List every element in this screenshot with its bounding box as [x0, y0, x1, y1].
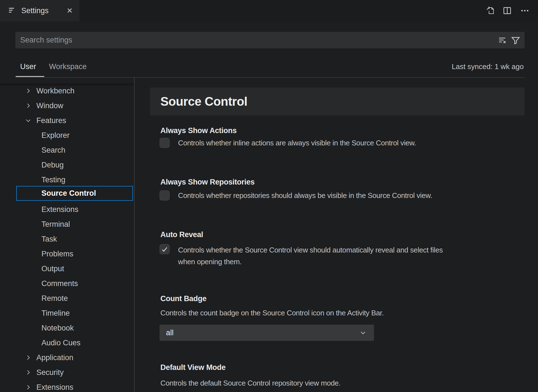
- toc-item-label: Notebook: [41, 321, 74, 336]
- settings-pane: Source Control Always Show Actions Contr…: [135, 77, 538, 392]
- toc-item-features[interactable]: Features: [0, 113, 134, 128]
- toc-item-label: Source Control: [41, 186, 96, 201]
- toc-item-remote[interactable]: Remote: [0, 291, 134, 306]
- setting-description: Controls the count badge on the Source C…: [160, 308, 384, 318]
- toc-item-notebook[interactable]: Notebook: [0, 321, 134, 336]
- toc-item-label: Audio Cues: [41, 336, 81, 350]
- split-editor-icon[interactable]: [502, 6, 512, 16]
- toc-item-workbench[interactable]: Workbench: [0, 84, 134, 98]
- toc-item-label: Security: [36, 365, 64, 380]
- chevron-right-icon[interactable]: [25, 88, 31, 94]
- toc-item-label: Comments: [41, 276, 78, 291]
- toc-item-comments[interactable]: Comments: [0, 276, 134, 291]
- toc-item-label: Remote: [41, 291, 68, 306]
- toc-item-task[interactable]: Task: [0, 232, 134, 247]
- checkbox-always-show-actions[interactable]: [160, 138, 170, 148]
- toc-item-debug[interactable]: Debug: [0, 158, 134, 173]
- setting-description: Controls whether repositories should alw…: [178, 190, 432, 200]
- dropdown-value: all: [166, 325, 174, 341]
- chevron-down-icon[interactable]: [25, 117, 31, 124]
- checkbox-always-show-repositories[interactable]: [160, 190, 170, 200]
- active-scope-underline: [16, 76, 44, 77]
- last-synced-status: Last synced: 1 wk ago: [452, 59, 524, 74]
- clear-search-icon[interactable]: [498, 36, 507, 45]
- toc-item-label: Extensions: [41, 202, 78, 217]
- search-input[interactable]: Search settings: [15, 32, 525, 48]
- open-settings-json-icon[interactable]: [485, 6, 495, 16]
- toc-item-security[interactable]: Security: [0, 365, 134, 380]
- setting-label: Always Show Repositories: [160, 177, 254, 187]
- setting-description: Controls whether the Source Control view…: [178, 244, 443, 268]
- chevron-down-icon: [359, 329, 367, 337]
- toc-item-testing[interactable]: Testing: [0, 173, 134, 187]
- editor-tab-bar: Settings ✕: [0, 0, 538, 21]
- tab-workspace[interactable]: Workspace: [49, 59, 87, 74]
- page-title: Source Control: [160, 88, 247, 115]
- toc-item-label: Extensions: [36, 380, 73, 392]
- setting-label: Always Show Actions: [160, 126, 237, 136]
- toc-item-label: Application: [36, 350, 73, 365]
- tab-settings[interactable]: Settings ✕: [0, 0, 79, 21]
- tab-title: Settings: [21, 0, 49, 21]
- toc-item-timeline[interactable]: Timeline: [0, 306, 134, 321]
- toc-item-label: Search: [41, 143, 66, 158]
- count-badge-dropdown[interactable]: all: [160, 325, 374, 341]
- toc-item-search[interactable]: Search: [0, 143, 134, 158]
- setting-description: Controls whether inline actions are alwa…: [178, 138, 416, 148]
- toc-item-label: Debug: [41, 158, 64, 173]
- toc-item-label: Timeline: [41, 306, 70, 321]
- toc-item-source-control[interactable]: Source Control: [16, 186, 133, 201]
- chevron-right-icon[interactable]: [25, 355, 31, 361]
- toc-item-explorer[interactable]: Explorer: [0, 128, 134, 143]
- chevron-right-icon[interactable]: [25, 384, 31, 390]
- chevron-right-icon[interactable]: [25, 369, 31, 376]
- toc-item-audio-cues[interactable]: Audio Cues: [0, 336, 134, 350]
- toc-item-label: Problems: [41, 247, 73, 261]
- tab-user[interactable]: User: [20, 59, 36, 74]
- settings-toc: WorkbenchWindowFeaturesExplorerSearchDeb…: [0, 78, 134, 392]
- setting-label: Auto Reveal: [160, 230, 203, 240]
- setting-label: Count Badge: [160, 294, 207, 304]
- checkbox-auto-reveal-checked[interactable]: [160, 244, 170, 254]
- close-tab-icon[interactable]: ✕: [65, 6, 74, 15]
- setting-description: Controls the default Source Control repo…: [160, 378, 340, 388]
- search-placeholder: Search settings: [20, 32, 72, 48]
- toc-item-label: Testing: [41, 173, 66, 187]
- setting-label: Default View Mode: [160, 362, 226, 372]
- toc-item-label: Terminal: [41, 217, 70, 232]
- toc-item-terminal[interactable]: Terminal: [0, 217, 134, 232]
- more-actions-icon[interactable]: [520, 6, 530, 16]
- settings-list-icon: [9, 8, 15, 14]
- toc-item-label: Output: [41, 261, 64, 276]
- toc-item-label: Window: [36, 98, 63, 113]
- filter-icon[interactable]: [511, 36, 520, 45]
- toc-item-label: Explorer: [41, 128, 70, 143]
- toc-item-problems[interactable]: Problems: [0, 247, 134, 261]
- toc-item-label: Features: [36, 113, 66, 128]
- toc-item-output[interactable]: Output: [0, 261, 134, 276]
- toc-item-label: Task: [41, 232, 57, 247]
- toc-item-extensions[interactable]: Extensions: [0, 380, 134, 392]
- toc-item-label: Workbench: [36, 84, 74, 98]
- chevron-right-icon[interactable]: [25, 103, 31, 109]
- toc-item-application[interactable]: Application: [0, 350, 134, 365]
- toc-item-window[interactable]: Window: [0, 98, 134, 113]
- toc-item-extensions[interactable]: Extensions: [0, 202, 134, 217]
- settings-editor-window: Settings ✕ Search setting: [0, 0, 538, 392]
